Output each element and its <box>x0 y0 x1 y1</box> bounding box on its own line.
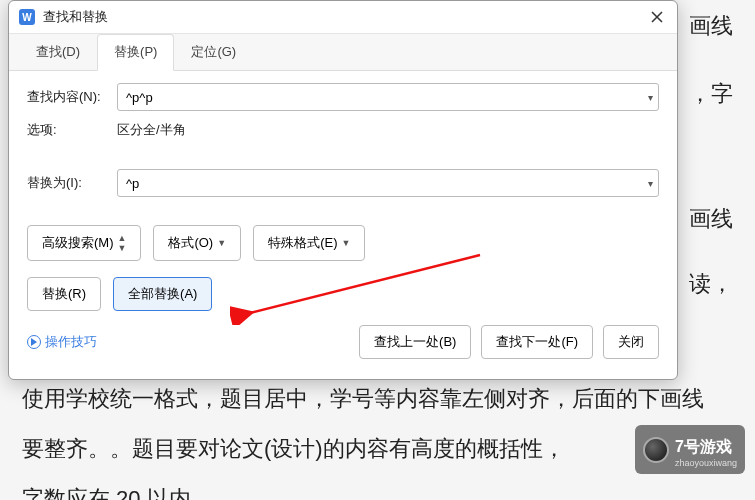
button-label: 替换(R) <box>42 285 86 303</box>
caret-down-icon: ▼ <box>217 238 226 248</box>
play-icon <box>27 335 41 349</box>
chevron-down-icon[interactable]: ▾ <box>648 92 653 103</box>
app-icon: W <box>19 9 35 25</box>
tab-find[interactable]: 查找(D) <box>19 34 97 70</box>
watermark-title: 7号游戏 <box>675 437 737 458</box>
watermark-logo-icon <box>643 437 669 463</box>
close-icon[interactable] <box>647 7 667 27</box>
close-button[interactable]: 关闭 <box>603 325 659 359</box>
special-format-button[interactable]: 特殊格式(E) ▼ <box>253 225 365 261</box>
tips-label: 操作技巧 <box>45 333 97 351</box>
tab-replace[interactable]: 替换(P) <box>97 34 174 71</box>
bg-text: 使用学校统一格式，题目居中，学号等内容靠左侧对齐，后面的下画线 <box>0 375 755 423</box>
button-label: 高级搜索(M) <box>42 234 114 252</box>
replace-all-button[interactable]: 全部替换(A) <box>113 277 212 311</box>
watermark-sub: zhaoyouxiwang <box>675 458 737 468</box>
tips-link[interactable]: 操作技巧 <box>27 333 97 351</box>
button-label: 关闭 <box>618 333 644 351</box>
find-next-button[interactable]: 查找下一处(F) <box>481 325 593 359</box>
replace-input[interactable] <box>117 169 659 197</box>
chevron-down-icon[interactable]: ▾ <box>648 178 653 189</box>
bg-text: 字数应在 20 以内 <box>0 475 755 500</box>
button-label: 全部替换(A) <box>128 285 197 303</box>
caret-down-icon: ▼ <box>341 238 350 248</box>
watermark: 7号游戏 zhaoyouxiwang <box>635 425 745 474</box>
dialog-content: 查找内容(N): ▾ 选项: 区分全/半角 替换为(I): ▾ 高级搜索(M) … <box>9 71 677 379</box>
find-input[interactable] <box>117 83 659 111</box>
button-label: 格式(O) <box>168 234 213 252</box>
options-label: 选项: <box>27 121 117 139</box>
titlebar: W 查找和替换 <box>9 1 677 34</box>
find-prev-button[interactable]: 查找上一处(B) <box>359 325 471 359</box>
updown-icon: ▲▼ <box>118 233 127 253</box>
dialog-title: 查找和替换 <box>43 8 647 26</box>
replace-label: 替换为(I): <box>27 174 117 192</box>
button-label: 查找上一处(B) <box>374 333 456 351</box>
options-value: 区分全/半角 <box>117 121 186 139</box>
find-replace-dialog: W 查找和替换 查找(D) 替换(P) 定位(G) 查找内容(N): ▾ 选项:… <box>8 0 678 380</box>
format-button[interactable]: 格式(O) ▼ <box>153 225 241 261</box>
tab-goto[interactable]: 定位(G) <box>174 34 253 70</box>
find-label: 查找内容(N): <box>27 88 117 106</box>
advanced-search-button[interactable]: 高级搜索(M) ▲▼ <box>27 225 141 261</box>
tabs: 查找(D) 替换(P) 定位(G) <box>9 34 677 71</box>
button-label: 查找下一处(F) <box>496 333 578 351</box>
button-label: 特殊格式(E) <box>268 234 337 252</box>
replace-button[interactable]: 替换(R) <box>27 277 101 311</box>
